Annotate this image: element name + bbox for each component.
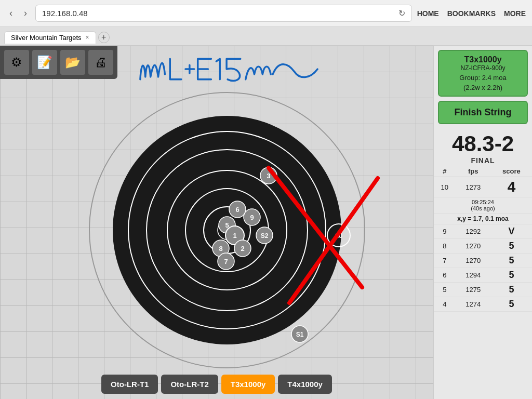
shot-time: 09:25:24 (40s ago) xyxy=(434,197,532,214)
session-group: Group: 2.4 moa xyxy=(443,74,523,82)
reload-icon[interactable]: ↻ xyxy=(398,8,405,18)
shot-number: 7 xyxy=(434,254,456,268)
shot-number: 9 xyxy=(434,224,456,239)
shot-number: 10 xyxy=(434,177,456,197)
app-toolbar: ⚙ 📝 📂 🖨 xyxy=(0,46,117,79)
gear-icon: ⚙ xyxy=(11,55,22,70)
shot-fps: 1294 xyxy=(456,268,491,283)
svg-text:9: 9 xyxy=(250,214,254,221)
shot-fps: 1292 xyxy=(456,224,491,239)
tab-bar: Silver Mountain Targets × + xyxy=(0,27,532,46)
table-row: 8 1270 5 xyxy=(434,239,532,254)
shot-fps: 1275 xyxy=(456,283,491,297)
shot-fps: 1270 xyxy=(456,254,491,268)
shot-score: 5 xyxy=(491,283,532,297)
session-header: T3x1000y NZ-ICFRA-900y Group: 2.4 moa (2… xyxy=(438,50,528,97)
tab-oto-lr-t2[interactable]: Oto-LR-T2 xyxy=(161,375,218,394)
session-group-detail: (2.2w x 2.2h) xyxy=(443,84,523,91)
shot-number: 5 xyxy=(434,283,456,297)
page-content: ⚙ 📝 📂 🖨 xyxy=(0,46,532,399)
shot-score: 4 xyxy=(491,177,532,197)
score-display: 48.3-2 FINAL xyxy=(434,128,532,166)
shot-detail-coords-row: x,y = 1.7, 0.1 moa xyxy=(434,214,532,224)
browser-toolbar: ‹ › 192.168.0.48 ↻ HOME BOOKMARKS MORE xyxy=(0,0,532,27)
bookmarks-link[interactable]: BOOKMARKS xyxy=(447,9,496,18)
forward-button[interactable]: › xyxy=(21,7,30,20)
new-tab-button[interactable]: + xyxy=(98,32,110,43)
svg-text:S1: S1 xyxy=(296,331,304,338)
svg-text:8: 8 xyxy=(219,245,222,252)
tab-oto-lr-t1[interactable]: Oto-LR-T1 xyxy=(101,375,158,394)
shot-detail-time-row: 09:25:24 (40s ago) xyxy=(434,197,532,214)
table-row: 10 1273 4 xyxy=(434,177,532,197)
shot-fps: 1270 xyxy=(456,239,491,254)
total-score: 48.3-2 xyxy=(438,131,528,156)
shot-score: 5 xyxy=(491,297,532,312)
svg-text:3: 3 xyxy=(267,172,270,180)
browser-nav-links: HOME BOOKMARKS MORE xyxy=(417,9,526,18)
target-svg: 3 6 5 9 1 2 8 xyxy=(66,79,388,381)
tab-label: Silver Mountain Targets xyxy=(11,34,82,42)
table-row: 5 1275 5 xyxy=(434,283,532,297)
col-header-score: score xyxy=(491,166,532,177)
svg-text:S2: S2 xyxy=(261,232,269,240)
table-row: 6 1294 5 xyxy=(434,268,532,283)
more-link[interactable]: MORE xyxy=(504,9,526,18)
gear-button[interactable]: ⚙ xyxy=(4,50,29,75)
shot-score: 5 xyxy=(491,254,532,268)
bottom-tabs: Oto-LR-T1 Oto-LR-T2 T3x1000y T4x1000y xyxy=(0,375,433,394)
table-row: 7 1270 5 xyxy=(434,254,532,268)
target-container: 3 6 5 9 1 2 8 xyxy=(26,92,428,368)
shot-score: 5 xyxy=(491,268,532,283)
table-row: 4 1274 5 xyxy=(434,297,532,312)
shots-table: # fps score 10 1273 4 09:25:24 (40s ago) xyxy=(434,166,532,312)
folder-icon: 📂 xyxy=(65,55,81,70)
edit-icon: 📝 xyxy=(37,55,52,70)
table-row: 9 1292 V xyxy=(434,224,532,239)
tab-t4x1000y[interactable]: T4x1000y xyxy=(278,375,332,394)
shot-score: 5 xyxy=(491,239,532,254)
target-area: ⚙ 📝 📂 🖨 xyxy=(0,46,433,399)
folder-button[interactable]: 📂 xyxy=(60,50,85,75)
tab-close-button[interactable]: × xyxy=(86,34,89,41)
session-title: T3x1000y xyxy=(443,55,523,64)
shot-score: V xyxy=(491,224,532,239)
shot-coords: x,y = 1.7, 0.1 moa xyxy=(434,214,532,224)
session-subtitle: NZ-ICFRA-900y xyxy=(443,64,523,72)
home-link[interactable]: HOME xyxy=(417,9,439,18)
shot-fps: 1274 xyxy=(456,297,491,312)
svg-text:1: 1 xyxy=(233,232,236,240)
svg-text:6: 6 xyxy=(235,206,239,214)
score-label: FINAL xyxy=(438,156,528,165)
shot-number: 6 xyxy=(434,268,456,283)
tab-silver-mountain[interactable]: Silver Mountain Targets × xyxy=(4,31,96,44)
right-panel: T3x1000y NZ-ICFRA-900y Group: 2.4 moa (2… xyxy=(433,46,532,399)
shot-fps: 1273 xyxy=(456,177,491,197)
svg-text:7: 7 xyxy=(224,258,228,265)
shot-number: 4 xyxy=(434,297,456,312)
col-header-fps: fps xyxy=(456,166,491,177)
address-bar[interactable]: 192.168.0.48 ↻ xyxy=(35,5,412,22)
address-text: 192.168.0.48 xyxy=(42,9,88,18)
col-header-number: # xyxy=(434,166,456,177)
finish-string-button[interactable]: Finish String xyxy=(438,101,528,124)
tab-t3x1000y[interactable]: T3x1000y xyxy=(221,375,275,394)
back-button[interactable]: ‹ xyxy=(6,7,16,20)
edit-button[interactable]: 📝 xyxy=(32,50,57,75)
print-button[interactable]: 🖨 xyxy=(88,50,113,75)
print-icon: 🖨 xyxy=(95,55,107,70)
shot-number: 8 xyxy=(434,239,456,254)
svg-text:2: 2 xyxy=(241,245,244,252)
